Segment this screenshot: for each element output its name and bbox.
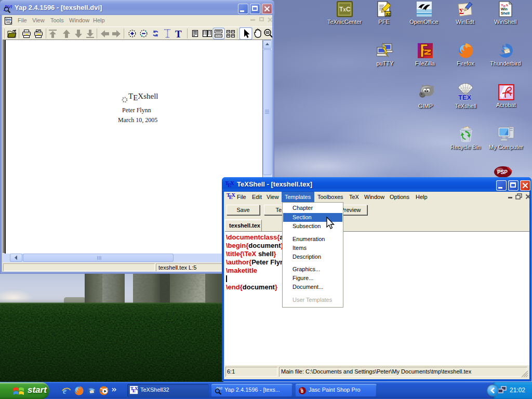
svg-text:TEX: TEX (458, 94, 472, 101)
svg-text:e: e (63, 387, 66, 395)
svg-text:32: 32 (386, 12, 391, 17)
svg-text:Shell: Shell (501, 11, 510, 15)
svg-text:8: 8 (301, 389, 303, 394)
svg-text:Σ: Σ (459, 8, 464, 16)
svg-text:DVI: DVI (216, 387, 223, 390)
svg-text:X: X (231, 192, 235, 198)
svg-text:Win: Win (501, 7, 508, 11)
svg-text:PSP: PSP (497, 169, 508, 175)
svg-text:DVI: DVI (6, 18, 11, 21)
svg-text:TxC: TxC (339, 6, 351, 13)
svg-text:X: X (135, 386, 138, 391)
svg-text:T: T (175, 29, 182, 39)
svg-text:X: X (230, 180, 234, 186)
